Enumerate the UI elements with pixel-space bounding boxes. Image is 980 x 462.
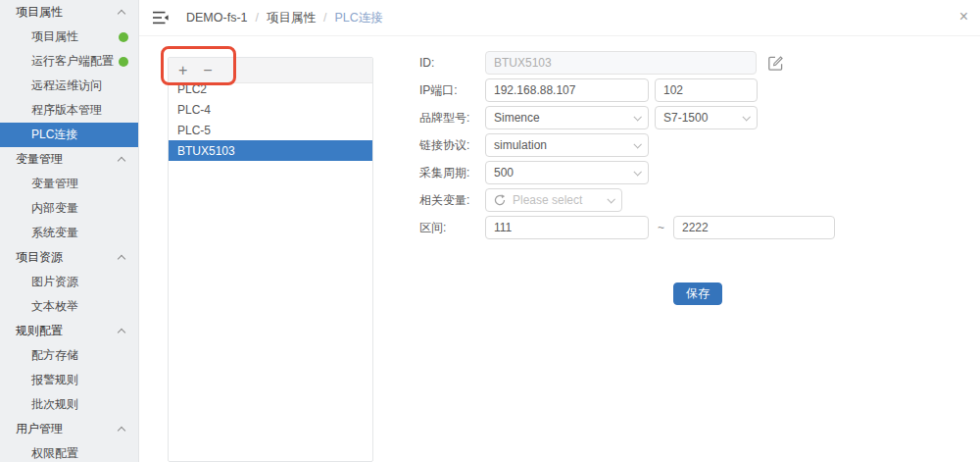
sidebar-item-plc-connection[interactable]: PLC连接	[0, 123, 138, 147]
chevron-up-icon	[118, 255, 125, 263]
sidebar-item-text-enums[interactable]: 文本枚举	[0, 294, 138, 319]
sidebar-item-image-resources[interactable]: 图片资源	[0, 270, 138, 294]
range-to-input[interactable]	[673, 216, 835, 239]
sidebar-item-variable-mgmt[interactable]: 变量管理	[0, 172, 138, 196]
close-icon[interactable]: ×	[959, 9, 968, 25]
status-dot-green-icon	[119, 32, 128, 42]
breadcrumb-current-plc-connection: PLC连接	[334, 10, 382, 26]
breadcrumb-separator: /	[323, 11, 326, 25]
related-variables-placeholder: Please select	[513, 193, 582, 207]
breadcrumb: DEMO-fs-1 / 项目属性 / PLC连接	[186, 10, 383, 26]
save-button[interactable]: 保存	[673, 282, 722, 305]
sidebar-item-label: 批次规则	[31, 396, 78, 413]
plc-list-toolbar: + −	[169, 58, 372, 83]
id-input	[485, 51, 757, 75]
top-bar: DEMO-fs-1 / 项目属性 / PLC连接	[139, 0, 980, 36]
sidebar-item-label: 远程运维访问	[31, 77, 102, 94]
status-dot-green-icon	[119, 57, 128, 67]
chevron-up-icon	[118, 329, 125, 336]
breadcrumb-project-properties[interactable]: 项目属性	[267, 10, 316, 26]
breadcrumb-separator: /	[256, 11, 259, 25]
chevron-down-icon	[742, 113, 750, 121]
sidebar-item-program-version-mgmt[interactable]: 程序版本管理	[0, 98, 138, 123]
sidebar-item-label: 系统变量	[31, 225, 78, 241]
sidebar-item-label: 项目属性	[31, 28, 78, 45]
sidebar-section-user-mgmt[interactable]: 用户管理	[0, 417, 138, 441]
chevron-up-icon	[118, 157, 125, 165]
sidebar-section-variable-mgmt[interactable]: 变量管理	[0, 147, 138, 172]
sidebar-section-label: 变量管理	[16, 151, 63, 168]
sidebar-section-project-properties[interactable]: 项目属性	[0, 0, 138, 25]
field-label-range: 区间:	[419, 220, 485, 236]
field-label-poll-period: 采集周期:	[419, 165, 485, 181]
chevron-up-icon	[118, 10, 125, 18]
chevron-down-icon	[633, 140, 641, 148]
plc-list-item-selected[interactable]: BTUX5103	[169, 140, 372, 161]
sidebar-item-label: 内部变量	[31, 200, 78, 217]
chevron-down-icon	[633, 168, 641, 176]
sidebar-item-internal-variables[interactable]: 内部变量	[0, 196, 138, 221]
sidebar-item-label: 文本枚举	[31, 298, 78, 315]
sidebar-item-label: 权限配置	[31, 445, 78, 462]
poll-period-select[interactable]: 500	[485, 161, 649, 184]
sidebar-item-runtime-client-config[interactable]: 运行客户端配置	[0, 49, 138, 74]
sidebar-item-label: PLC连接	[31, 127, 77, 143]
brand-select-value: Simence	[494, 111, 540, 125]
sync-icon	[494, 194, 506, 206]
field-label-related-variables: 相关变量:	[419, 192, 485, 209]
plc-list-item[interactable]: PLC-5	[169, 120, 372, 140]
related-variables-select[interactable]: Please select	[485, 188, 622, 212]
remove-plc-button[interactable]: −	[203, 63, 212, 78]
sidebar-section-rule-config[interactable]: 规则配置	[0, 319, 138, 343]
sidebar-item-batch-rules[interactable]: 批次规则	[0, 392, 138, 417]
sidebar-item-system-variables[interactable]: 系统变量	[0, 221, 138, 245]
sidebar: 项目属性 项目属性 运行客户端配置 远程运维访问 程序版本管理 PLC连接 变量…	[0, 0, 139, 462]
field-label-protocol: 链接协议:	[419, 137, 485, 154]
model-select-value: S7-1500	[663, 111, 708, 125]
sidebar-item-label: 报警规则	[31, 372, 78, 388]
protocol-select-value: simulation	[494, 138, 547, 152]
brand-select[interactable]: Simence	[485, 106, 649, 129]
sidebar-section-label: 项目资源	[16, 249, 63, 266]
sidebar-item-label: 变量管理	[31, 176, 78, 192]
plc-form: ID: IP端口: 品牌型号: Simence S7-1500 链接协议: si…	[419, 51, 835, 243]
breadcrumb-project[interactable]: DEMO-fs-1	[186, 11, 248, 25]
menu-fold-icon[interactable]	[153, 11, 169, 25]
sidebar-section-project-resources[interactable]: 项目资源	[0, 245, 138, 270]
plc-list-panel: + − PLC2 PLC-4 PLC-5 BTUX5103	[168, 57, 373, 462]
port-input[interactable]	[655, 78, 758, 102]
plc-list-item[interactable]: PLC-4	[169, 99, 372, 120]
poll-period-select-value: 500	[494, 166, 514, 180]
range-separator: ~	[658, 221, 664, 234]
sidebar-item-label: 图片资源	[31, 274, 78, 290]
sidebar-item-project-properties[interactable]: 项目属性	[0, 25, 138, 49]
field-label-ip-port: IP端口:	[419, 82, 485, 99]
sidebar-item-label: 配方存储	[31, 347, 78, 364]
sidebar-item-permission-config[interactable]: 权限配置	[0, 441, 138, 462]
ip-address-input[interactable]	[485, 78, 649, 102]
sidebar-item-alarm-rules[interactable]: 报警规则	[0, 368, 138, 392]
sidebar-item-label: 程序版本管理	[31, 102, 102, 119]
plc-list: PLC2 PLC-4 PLC-5 BTUX5103	[169, 78, 372, 161]
sidebar-item-recipe-storage[interactable]: 配方存储	[0, 343, 138, 368]
chevron-down-icon	[633, 113, 641, 121]
chevron-up-icon	[118, 427, 125, 435]
add-plc-button[interactable]: +	[178, 63, 187, 78]
model-select[interactable]: S7-1500	[655, 106, 758, 129]
protocol-select[interactable]: simulation	[485, 133, 649, 157]
sidebar-section-label: 用户管理	[16, 421, 63, 437]
range-from-input[interactable]	[485, 216, 649, 239]
field-label-id: ID:	[419, 56, 485, 70]
sidebar-item-label: 运行客户端配置	[31, 53, 114, 70]
chevron-down-icon	[607, 195, 614, 203]
sidebar-section-label: 项目属性	[16, 4, 63, 21]
sidebar-section-label: 规则配置	[16, 323, 63, 339]
sidebar-item-remote-ops-access[interactable]: 远程运维访问	[0, 74, 138, 98]
field-label-brand-model: 品牌型号:	[419, 110, 485, 127]
edit-icon[interactable]	[767, 55, 784, 72]
